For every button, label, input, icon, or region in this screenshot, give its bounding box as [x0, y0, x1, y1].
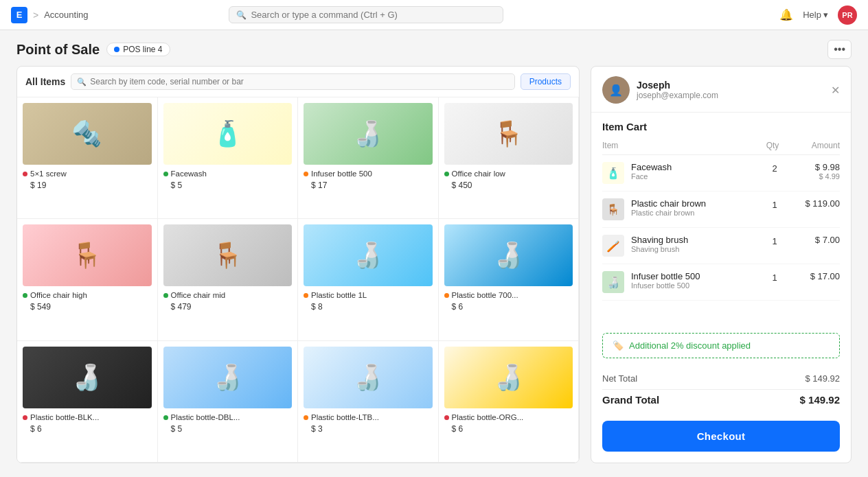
product-card-p9[interactable]: 🍶 Plastic bottle-BLK... $ 6 [17, 340, 158, 463]
cart-item-amount: $ 7.00 [792, 235, 840, 245]
product-price: $ 6 [452, 302, 573, 312]
cart-user-avatar: 👤 [602, 76, 630, 104]
cart-item-ci3[interactable]: 🪥 Shaving brush Shaving brush 1 $ 7.00 [602, 228, 840, 264]
product-card-p8[interactable]: 🍶 Plastic bottle 700... $ 6 [438, 218, 580, 340]
product-card-p11[interactable]: 🍶 Plastic bottle-LTB... $ 3 [297, 340, 439, 463]
product-card-p7[interactable]: 🍶 Plastic bottle 1L $ 8 [297, 218, 439, 340]
cart-item-sub: Infuser bottle 500 [631, 281, 757, 290]
notification-bell-icon[interactable]: 🔔 [779, 8, 793, 21]
product-status-dot [23, 415, 27, 420]
product-info: Plastic bottle 1L $ 8 [304, 290, 433, 312]
cart-table: Item Qty Amount 🧴 Facewash Face 2 $ 9.98… [591, 138, 851, 326]
product-status-dot [304, 172, 308, 176]
product-info: Plastic bottle-ORG... $ 6 [444, 412, 573, 434]
discount-text: Additional 2% discount applied [629, 340, 751, 351]
product-info: Infuser bottle 500 $ 17 [304, 169, 433, 190]
col-amount-label: Amount [792, 141, 840, 150]
cart-item-price-main: $ 7.00 [792, 235, 840, 245]
product-card-p5[interactable]: 🪑 Office chair high $ 549 [17, 218, 158, 340]
global-search[interactable]: 🔍 [229, 6, 503, 23]
cart-item-amount: $ 17.00 [792, 271, 840, 281]
cart-item-price-main: $ 9.98 [792, 162, 840, 172]
cart-item-sub: Shaving brush [631, 245, 757, 253]
product-info: Plastic bottle-BLK... $ 6 [23, 412, 152, 434]
pos-badge-dot [114, 47, 119, 52]
product-image: 🍶 [163, 347, 293, 408]
product-card-p12[interactable]: 🍶 Plastic bottle-ORG... $ 6 [438, 340, 580, 463]
product-name: 5×1 screw [30, 169, 67, 179]
product-image: 🪑 [23, 224, 152, 286]
product-panel-header: All Items 🔍 Products [17, 67, 579, 97]
cart-item-qty: 1 [764, 198, 785, 210]
user-avatar[interactable]: PR [838, 5, 857, 25]
product-info: Office chair mid $ 479 [163, 290, 293, 312]
net-total-value: $ 149.92 [805, 373, 840, 384]
product-info: Plastic bottle-LTB... $ 3 [304, 412, 433, 434]
product-name: Plastic bottle-BLK... [30, 412, 99, 423]
product-name: Plastic bottle 1L [311, 290, 367, 301]
checkout-button[interactable]: Checkout [602, 421, 840, 452]
product-search-input[interactable] [90, 77, 508, 86]
product-card-p3[interactable]: 🍶 Infuser bottle 500 $ 17 [297, 97, 439, 219]
product-card-p1[interactable]: 🔩 5×1 screw $ 19 [17, 97, 158, 219]
product-card-p10[interactable]: 🍶 Plastic bottle-DBL... $ 5 [157, 340, 299, 463]
product-image: 🍶 [444, 347, 573, 408]
product-image: 🍶 [444, 224, 573, 286]
product-status-dot [304, 415, 308, 420]
cart-item-image: 🧴 [602, 162, 624, 184]
cart-items-list: 🧴 Facewash Face 2 $ 9.98 $ 4.99 🪑 Plasti… [602, 155, 840, 301]
cart-item-price-main: $ 17.00 [792, 271, 840, 281]
product-price: $ 6 [30, 424, 152, 434]
help-button[interactable]: Help ▾ [803, 10, 828, 20]
cart-item-name: Plastic chair brown [631, 198, 757, 209]
product-card-p4[interactable]: 🪑 Office chair low $ 450 [438, 97, 580, 219]
product-image: 🍶 [304, 347, 433, 408]
cart-user-name: Joseph [637, 80, 718, 91]
discount-banner: 🏷️ Additional 2% discount applied [602, 333, 840, 358]
cart-item-price-main: $ 119.00 [792, 198, 840, 209]
breadcrumb[interactable]: Accounting [44, 10, 88, 20]
cart-item-amount: $ 9.98 $ 4.99 [792, 162, 840, 181]
cart-user-info: Joseph joseph@example.com [637, 80, 718, 100]
cart-item-ci4[interactable]: 🍶 Infuser bottle 500 Infuser bottle 500 … [602, 264, 840, 301]
search-icon: 🔍 [77, 78, 87, 86]
product-status-dot [304, 293, 308, 298]
products-filter-button[interactable]: Products [521, 73, 571, 90]
discount-icon: 🏷️ [613, 340, 624, 351]
topnav-right: 🔔 Help ▾ PR [779, 5, 857, 25]
product-name: Infuser bottle 500 [311, 169, 372, 179]
product-status-dot [163, 293, 168, 298]
cart-item-amount: $ 119.00 [792, 198, 840, 209]
product-name: Plastic bottle-ORG... [452, 412, 524, 423]
cart-close-button[interactable]: ✕ [831, 84, 840, 97]
cart-item-sub: Face [631, 172, 757, 181]
page-header-right: ••• [827, 40, 852, 59]
cart-panel: 👤 Joseph joseph@example.com ✕ Item Cart … [591, 66, 852, 463]
search-input[interactable] [251, 10, 496, 20]
col-qty-label: Qty [759, 141, 786, 150]
product-image: 🍶 [23, 347, 152, 408]
product-price: $ 5 [171, 424, 293, 434]
cart-item-sub: Plastic chair brown [631, 209, 757, 217]
product-status-dot [163, 415, 168, 420]
product-status-dot [163, 172, 168, 176]
more-options-button[interactable]: ••• [827, 40, 852, 59]
pos-badge[interactable]: POS line 4 [106, 43, 170, 56]
product-card-p2[interactable]: 🧴 Facewash $ 5 [157, 97, 299, 219]
product-name: Plastic bottle-DBL... [171, 412, 240, 423]
product-card-p6[interactable]: 🪑 Office chair mid $ 479 [157, 218, 299, 340]
product-name: Office chair low [452, 169, 505, 179]
cart-item-ci1[interactable]: 🧴 Facewash Face 2 $ 9.98 $ 4.99 [602, 155, 840, 191]
cart-item-info: Infuser bottle 500 Infuser bottle 500 [631, 271, 757, 290]
product-price: $ 549 [30, 302, 152, 312]
product-search-box[interactable]: 🔍 [71, 73, 514, 90]
page-title: Point of Sale [16, 42, 100, 58]
product-image: 🪑 [163, 224, 293, 286]
product-info: Facewash $ 5 [163, 169, 293, 190]
app-logo[interactable]: E [11, 7, 27, 23]
cart-item-qty: 1 [764, 271, 785, 283]
col-item-label: Item [602, 141, 753, 150]
cart-item-ci2[interactable]: 🪑 Plastic chair brown Plastic chair brow… [602, 191, 840, 228]
product-image: 🔩 [23, 103, 152, 165]
product-image: 🪑 [444, 103, 573, 165]
